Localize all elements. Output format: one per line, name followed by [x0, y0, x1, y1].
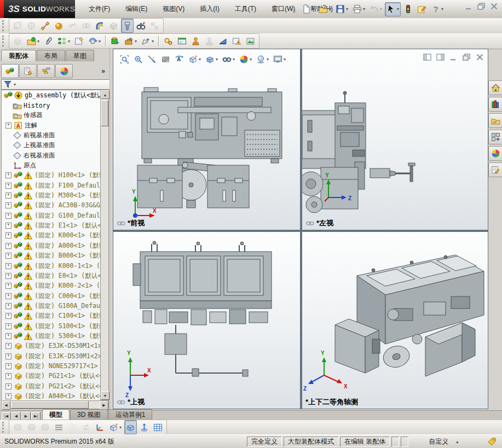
tag-icon[interactable]	[487, 437, 497, 446]
open-part-button[interactable]: ▾	[25, 34, 41, 48]
tree-vertical-scrollbar[interactable]: ▲ ▼	[100, 90, 109, 400]
expand-icon[interactable]: +	[5, 353, 11, 359]
fm-overflow-chevron[interactable]: »	[98, 67, 108, 75]
dropdown-arrow-icon[interactable]: ▾	[312, 7, 314, 11]
doc-tab-1[interactable]: 3D 视图	[70, 409, 108, 421]
expand-icon[interactable]: +	[5, 253, 11, 259]
dropdown-arrow-icon[interactable]: ▾	[329, 7, 331, 11]
dropdown-arrow-icon[interactable]: ▾	[216, 57, 218, 62]
hidden-components-button[interactable]	[66, 19, 79, 33]
rotate-3d-button[interactable]: A	[173, 52, 186, 66]
dropdown-arrow-icon[interactable]: ▾	[233, 57, 235, 62]
split-pane-left-icon[interactable]	[423, 53, 432, 62]
expand-icon[interactable]: +	[5, 273, 11, 279]
menu-item-3[interactable]: 插入(I)	[192, 2, 227, 16]
tab-0[interactable]: 装配体	[1, 50, 36, 61]
expand-icon[interactable]: +	[5, 202, 11, 208]
tree-component[interactable]: +(固定) AC30B-03G&GP-	[2, 201, 101, 211]
scroll-up-icon[interactable]: ▲	[101, 90, 109, 99]
scene-button[interactable]: ▾	[255, 52, 270, 66]
maximize-icon[interactable]	[477, 2, 486, 11]
tree-component[interactable]: +(固定) NONE529717<1> (默	[2, 361, 101, 371]
save-button[interactable]: ▾	[334, 2, 350, 16]
filter-funnel-icon[interactable]	[3, 80, 13, 89]
dropdown-arrow-icon[interactable]: ▾	[135, 39, 137, 44]
help-button[interactable]: ?▾	[429, 2, 445, 16]
tree-component[interactable]: +(固定) E3JK-DS30M1<2> (	[2, 351, 101, 361]
home-button[interactable]	[488, 80, 502, 95]
swap-arrows-button[interactable]	[80, 420, 93, 434]
scroll-track[interactable]	[101, 99, 108, 391]
tree-component[interactable]: +(固定) S300<1> (默认	[2, 331, 101, 341]
traffic-light-button[interactable]	[402, 2, 414, 16]
expand-icon[interactable]: +	[5, 243, 11, 249]
menu-item-4[interactable]: 工具(T)	[227, 2, 264, 16]
doc-restore-icon[interactable]	[462, 53, 471, 62]
gears-button[interactable]	[162, 34, 175, 48]
tree-component[interactable]: +(固定) E0<1> (默认<默	[2, 271, 101, 281]
design-library-button[interactable]	[488, 97, 502, 112]
menu-item-2[interactable]: 视图(V)	[155, 2, 192, 16]
tab-1[interactable]: 布局	[37, 50, 65, 61]
tree-component[interactable]: +(固定) E3JK-DS30M1<1> (	[2, 341, 101, 351]
frame-star-button[interactable]	[73, 34, 85, 48]
table-grid-button[interactable]	[152, 420, 164, 434]
expand-icon[interactable]: +	[5, 123, 11, 129]
tree-component[interactable]: +(固定) S100<1> (默认	[2, 321, 101, 331]
binoculars-button[interactable]	[135, 19, 147, 33]
dropdown-arrow-icon[interactable]: ▾	[37, 39, 39, 44]
search-button[interactable]	[286, 2, 299, 16]
window-green-button[interactable]	[176, 34, 188, 48]
select-arrow-button[interactable]: ▾	[385, 2, 401, 16]
machine-green-button[interactable]	[109, 34, 122, 48]
warn-window-button[interactable]	[230, 34, 243, 48]
view-settings-button[interactable]: ▾	[272, 52, 287, 66]
toolbar-grip[interactable]	[2, 422, 5, 433]
expand-icon[interactable]: +	[5, 193, 11, 199]
close-icon[interactable]	[489, 2, 499, 11]
viewport-splitter-horizontal[interactable]	[113, 230, 488, 232]
expand-icon[interactable]: +	[5, 263, 11, 269]
rotate-view-button[interactable]: ▾	[86, 34, 102, 48]
doc-close-icon[interactable]	[475, 53, 484, 62]
part-gray-button[interactable]	[11, 34, 24, 48]
route-button[interactable]	[94, 19, 106, 33]
dropdown-arrow-icon[interactable]: ▾	[284, 57, 286, 62]
dropdown-arrow-icon[interactable]: ▾	[68, 39, 70, 44]
dropdown-arrow-icon[interactable]: ▾	[441, 7, 443, 11]
scroll-thumb[interactable]	[101, 100, 108, 126]
tree-asm-tab[interactable]	[1, 64, 19, 78]
tree-filter-bar[interactable]: ▾	[1, 79, 111, 90]
viewport-isometric[interactable]: Y X Z *上下二等角轴测	[302, 232, 488, 409]
undo-button[interactable]: ▾	[368, 2, 384, 16]
toolbox-button[interactable]: ▾	[123, 34, 139, 48]
tree-feature[interactable]: 原点	[2, 160, 101, 170]
tree-component[interactable]: +(固定) A000<1> (默认	[2, 241, 101, 251]
tree-component[interactable]: +(固定) K000<1> (默认	[2, 231, 101, 241]
updown-arrow-button[interactable]	[138, 420, 151, 434]
grid-dots-button[interactable]	[66, 420, 79, 434]
expand-icon[interactable]: +	[5, 343, 11, 349]
new-document-button[interactable]: ▾	[300, 2, 316, 16]
section-view-button[interactable]	[159, 52, 172, 66]
dropdown-arrow-icon[interactable]: ▾	[152, 39, 154, 44]
dropdown-arrow-icon[interactable]: ▾	[99, 39, 101, 44]
tree-component[interactable]: +(固定) G100A_Default	[2, 301, 101, 311]
fm-prop-tab[interactable]	[19, 64, 37, 78]
tree-feature[interactable]: 右视基准面	[2, 150, 101, 160]
doc-tab-2[interactable]: 运动算例1	[108, 409, 153, 421]
tree-component[interactable]: +(固定) C100<1> (默认	[2, 311, 101, 321]
ramp-blue-button[interactable]	[217, 34, 229, 48]
scroll-thumb[interactable]	[11, 401, 89, 409]
picture-button[interactable]	[244, 34, 257, 48]
dropdown-arrow-icon[interactable]: ▾	[119, 425, 122, 430]
expand-icon[interactable]: +	[5, 323, 11, 329]
dropdown-arrow-icon[interactable]: ▾	[397, 7, 399, 11]
tree-feature[interactable]: History	[2, 100, 101, 110]
scroll-right-icon[interactable]: ▶	[100, 401, 108, 410]
tree-component[interactable]: +(固定) C000<1> (默认	[2, 291, 101, 301]
dropdown-arrow-icon[interactable]: ▾	[250, 57, 252, 62]
tree-component[interactable]: +(固定) A040<1> (默认<<默	[2, 391, 101, 401]
custom-properties-button[interactable]	[488, 162, 502, 177]
view-orientation-button[interactable]: ▾	[107, 420, 123, 434]
